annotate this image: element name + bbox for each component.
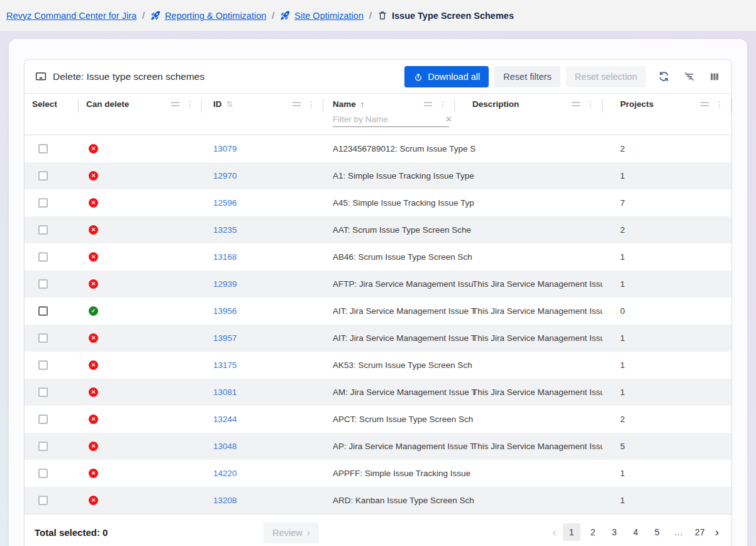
page-button[interactable]: 5 — [648, 523, 666, 541]
filter-equals-icon[interactable] — [701, 102, 709, 106]
can-delete-no-icon: ✕ — [89, 144, 98, 153]
row-projects: 2 — [603, 406, 731, 433]
column-header-projects[interactable]: Projects ⋮ — [603, 94, 731, 135]
table-body: ✕ 13079 A123456789012: Scrum Issue Type … — [25, 135, 731, 514]
row-checkbox[interactable] — [38, 252, 48, 262]
row-checkbox[interactable] — [38, 279, 48, 289]
download-icon — [413, 72, 423, 82]
breadcrumb-link-reporting[interactable]: Reporting & Optimization — [165, 11, 266, 21]
row-id-link[interactable]: 13244 — [213, 415, 237, 424]
row-id-link[interactable]: 12596 — [213, 198, 237, 208]
clear-filter-icon[interactable]: ✕ — [444, 114, 453, 124]
breadcrumb-separator: / — [272, 11, 274, 21]
row-id-link[interactable]: 13081 — [213, 387, 237, 397]
row-name: AK53: Scrum Issue Type Screen Sch — [323, 352, 455, 379]
column-menu-icon[interactable]: ⋮ — [586, 100, 595, 109]
row-checkbox[interactable] — [38, 360, 48, 370]
row-description: This Jira Service Management Issue Ty — [455, 298, 603, 325]
page-button[interactable]: 27 — [691, 523, 709, 541]
can-delete-no-icon: ✕ — [89, 360, 98, 370]
row-id-link[interactable]: 13957 — [213, 333, 237, 343]
next-page-icon[interactable]: › — [713, 524, 721, 540]
trash-icon — [377, 10, 387, 21]
row-id-link[interactable]: 13168 — [213, 252, 237, 262]
delete-schemes-panel: Delete: Issue type screen schemes Downlo… — [24, 59, 732, 546]
can-delete-no-icon: ✕ — [89, 387, 98, 397]
column-header-select: Select — [25, 94, 79, 135]
row-projects: 1 — [603, 243, 731, 270]
filter-off-icon[interactable] — [682, 69, 697, 84]
row-id-link[interactable]: 13956 — [213, 306, 237, 316]
page-button[interactable]: 1 — [563, 523, 581, 541]
row-projects: 5 — [603, 433, 731, 460]
breadcrumb-link-site-optimization[interactable]: Site Optimization — [294, 11, 364, 21]
row-description: This Jira Service Management Issue Ty — [455, 379, 603, 406]
filter-equals-icon[interactable] — [572, 102, 580, 106]
column-menu-icon[interactable]: ⋮ — [307, 100, 316, 109]
row-checkbox[interactable] — [38, 333, 48, 343]
row-name: AAT: Scrum Issue Type Screen Sche — [323, 216, 455, 243]
panel-toolbar: Delete: Issue type screen schemes Downlo… — [25, 60, 731, 93]
row-checkbox[interactable] — [38, 442, 48, 451]
reset-selection-button[interactable]: Reset selection — [566, 66, 646, 87]
column-menu-icon[interactable]: ⋮ — [186, 100, 194, 109]
sort-icon[interactable]: ⇅ — [226, 99, 233, 109]
column-header-id[interactable]: ID ⇅ ⋮ — [202, 94, 323, 135]
filter-equals-icon[interactable] — [171, 102, 179, 106]
row-checkbox[interactable] — [38, 225, 48, 235]
table-row: ✕ 13175 AK53: Scrum Issue Type Screen Sc… — [25, 352, 731, 379]
page-button[interactable]: 3 — [606, 523, 623, 541]
row-checkbox[interactable] — [38, 171, 48, 181]
reset-filters-button[interactable]: Reset filters — [494, 66, 560, 87]
row-name: AB46: Scrum Issue Type Screen Sch — [323, 243, 455, 270]
page-button[interactable]: 2 — [584, 523, 602, 541]
row-id-link[interactable]: 13079 — [213, 144, 237, 153]
row-description — [455, 406, 603, 433]
pagination-pages: 12345…27 — [563, 523, 709, 541]
row-checkbox[interactable] — [38, 496, 48, 505]
filter-equals-icon[interactable] — [292, 102, 301, 106]
refresh-icon[interactable] — [657, 69, 671, 84]
row-id-link[interactable]: 13235 — [213, 225, 237, 235]
review-button[interactable]: Review › — [264, 522, 318, 543]
can-delete-yes-icon: ✓ — [89, 306, 98, 316]
column-menu-icon[interactable]: ⋮ — [438, 100, 447, 109]
row-description: This Jira Service Management Issue Ty — [455, 325, 603, 352]
row-description — [455, 243, 603, 270]
breadcrumb-separator: / — [369, 11, 372, 21]
breadcrumb-link-home[interactable]: Revyz Command Center for Jira — [6, 11, 136, 21]
row-id-link[interactable]: 14220 — [213, 469, 237, 478]
row-id-link[interactable]: 12939 — [213, 279, 237, 289]
sort-ascending-icon[interactable]: ↑ — [360, 99, 365, 109]
row-name: APPFF: Simple Issue Tracking Issue — [323, 460, 455, 487]
row-id-link[interactable]: 13208 — [213, 496, 237, 505]
pagination-ellipsis: … — [670, 523, 687, 541]
column-header-description[interactable]: Description ⋮ — [455, 94, 603, 135]
row-checkbox[interactable] — [38, 198, 48, 208]
row-checkbox[interactable] — [38, 144, 48, 153]
can-delete-no-icon: ✕ — [89, 171, 98, 181]
row-projects: 1 — [603, 270, 731, 298]
filter-equals-icon[interactable] — [424, 102, 432, 106]
can-delete-no-icon: ✕ — [89, 442, 98, 451]
row-description — [455, 487, 603, 514]
row-projects: 1 — [603, 352, 731, 379]
download-all-button[interactable]: Download all — [404, 66, 489, 87]
row-description — [455, 352, 603, 379]
page-button[interactable]: 4 — [627, 523, 645, 541]
row-checkbox[interactable] — [38, 415, 48, 424]
row-checkbox[interactable] — [38, 306, 48, 316]
row-checkbox[interactable] — [38, 387, 48, 397]
name-filter-input[interactable] — [333, 114, 444, 124]
prev-page-icon[interactable]: ‹ — [550, 524, 559, 540]
column-header-name[interactable]: Name ↑ ⋮ ✕ — [323, 94, 455, 135]
column-header-can-delete[interactable]: Can delete ⋮ — [79, 94, 202, 135]
row-id-link[interactable]: 13048 — [213, 442, 237, 451]
column-menu-icon[interactable]: ⋮ — [715, 100, 724, 109]
row-description — [455, 460, 603, 487]
row-id-link[interactable]: 13175 — [213, 360, 237, 370]
columns-icon[interactable] — [708, 70, 721, 84]
row-id-link[interactable]: 12970 — [213, 171, 237, 181]
total-selected: Total selected: 0 — [35, 522, 108, 538]
row-checkbox[interactable] — [38, 469, 48, 478]
